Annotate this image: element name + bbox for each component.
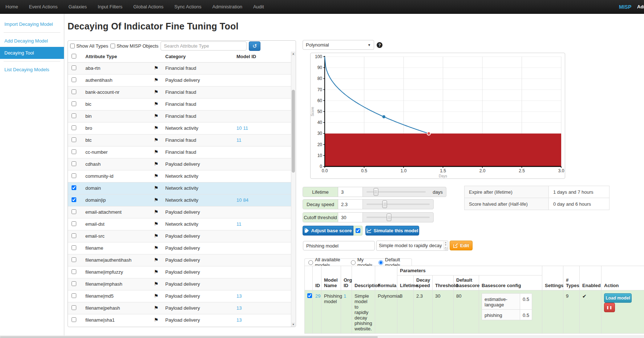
resize-grip-icon[interactable] [445, 247, 448, 250]
lifetime-slider-handle[interactable] [373, 188, 378, 196]
navbar-user-link[interactable]: Admin [637, 4, 644, 9]
attribute-row-checkbox[interactable] [72, 77, 76, 82]
models-header-settings: Settings [542, 266, 563, 290]
model-row: 29 Phishing model 1 Simple model to rapi… [305, 290, 644, 334]
adjust-base-score-checkbox[interactable] [356, 228, 360, 233]
reset-search-button[interactable]: ↺ [249, 41, 260, 51]
nav-audit[interactable]: Audit [248, 0, 270, 14]
decay-speed-slider-handle[interactable] [382, 201, 387, 208]
nav-global-actions[interactable]: Global Actions [128, 0, 169, 14]
sidebar-item-list-decaying-models[interactable]: List Decaying Models [0, 64, 64, 76]
model-id-link[interactable]: 13 [236, 317, 242, 323]
nav-galaxies[interactable]: Galaxies [63, 0, 92, 14]
attribute-row-checkbox[interactable] [72, 293, 76, 298]
sidebar-item-add-decaying-model[interactable]: Add Decaying Model [0, 35, 64, 47]
model-id-link[interactable]: 84 [243, 197, 248, 203]
search-attribute-input[interactable] [161, 41, 247, 51]
radio-input[interactable] [378, 260, 383, 265]
attribute-row-checkbox[interactable] [72, 125, 76, 130]
curve-point-marker[interactable] [382, 115, 385, 118]
flag-icon: ⚑ [154, 209, 158, 215]
attribute-row-checkbox[interactable] [72, 317, 76, 322]
slider-track[interactable] [366, 204, 430, 205]
attribute-row-checkbox[interactable] [72, 305, 76, 310]
show-misp-objects-toggle[interactable]: Show MISP Objects [110, 43, 158, 49]
attribute-row-checkbox[interactable] [72, 221, 76, 226]
sidebar-item-import-decaying-model[interactable]: Import Decaying Model [0, 18, 64, 30]
model-id-link[interactable]: 13 [236, 305, 242, 311]
radio-input[interactable] [351, 260, 356, 265]
load-model-button[interactable]: Load model [604, 293, 632, 303]
model-id-link[interactable]: 13 [236, 293, 242, 299]
attribute-row-checkbox[interactable] [72, 101, 76, 106]
cutoff-threshold-slider[interactable] [363, 213, 433, 222]
attribute-row-checkbox[interactable] [72, 65, 76, 70]
nav-event-actions[interactable]: Event Actions [24, 0, 63, 14]
show-all-types-toggle[interactable]: Show All Types [70, 43, 108, 49]
model-id-link[interactable]: 10 [236, 125, 242, 131]
attribute-row: filename|sha1⚑Payload delivery13 [68, 314, 291, 326]
radio-input[interactable] [308, 260, 313, 265]
cutoff-threshold-value-input[interactable]: 30 [338, 213, 363, 222]
attribute-category: Payload delivery [162, 266, 233, 278]
nav-input-filters[interactable]: Input Filters [92, 0, 128, 14]
decay-speed-value-input[interactable]: 2.3 [338, 200, 363, 209]
attribute-type-label: filename|imphash [85, 281, 122, 287]
attribute-row-checkbox[interactable] [72, 197, 76, 202]
lifetime-slider[interactable] [363, 187, 429, 197]
help-icon[interactable]: ? [377, 42, 382, 48]
attribute-row: btc⚑Financial fraud11 [68, 134, 291, 146]
attribute-category: Financial fraud [162, 110, 233, 122]
show-all-types-checkbox[interactable] [70, 44, 75, 48]
adjust-base-score-button[interactable]: Adjust base score [303, 226, 353, 236]
attribute-row-checkbox[interactable] [72, 185, 76, 190]
edit-model-button[interactable]: Edit [450, 241, 473, 250]
model-id-link[interactable]: 29 [315, 293, 320, 299]
attribute-row-checkbox[interactable] [72, 209, 76, 214]
model-id-link[interactable]: 11 [243, 125, 248, 131]
select-all-checkbox[interactable] [72, 54, 76, 59]
attribute-row-checkbox[interactable] [72, 257, 76, 262]
nav-home[interactable]: Home [0, 0, 24, 14]
horizontal-scrollbar[interactable] [0, 335, 644, 338]
formula-select[interactable]: Polynomial ▼ [303, 40, 374, 50]
attribute-row-checkbox[interactable] [72, 233, 76, 238]
attribute-row-checkbox[interactable] [72, 137, 76, 142]
sidebar-item-decaying-tool[interactable]: Decaying Tool [0, 47, 64, 59]
model-org-link[interactable]: 1 [344, 293, 346, 299]
attribute-row-checkbox[interactable] [72, 269, 76, 274]
model-id-link[interactable]: 11 [236, 221, 242, 227]
misp-brand-link[interactable]: MISP [619, 4, 631, 10]
cutoff-point-marker[interactable] [427, 132, 430, 135]
attribute-row-checkbox[interactable] [72, 245, 76, 250]
model-row-checkbox[interactable] [307, 293, 312, 298]
half-life-value: 0 day and 6 hours [549, 198, 609, 210]
attribute-row-checkbox[interactable] [72, 149, 76, 154]
model-id-link[interactable]: 10 [236, 197, 242, 203]
attribute-row-checkbox[interactable] [72, 161, 76, 166]
attribute-table-scrollbar[interactable]: ▲ ▼ [291, 52, 295, 327]
lifetime-value-input[interactable]: 3 [338, 187, 363, 197]
attribute-row-checkbox[interactable] [72, 89, 76, 94]
disable-model-button[interactable]: ❚❚ [604, 303, 615, 312]
nav-administration[interactable]: Administration [207, 0, 248, 14]
scrollbar-thumb[interactable] [292, 90, 295, 173]
show-misp-objects-checkbox[interactable] [110, 44, 115, 48]
simulate-model-button[interactable]: Simulate this model [365, 226, 419, 236]
model-name-input[interactable] [303, 241, 375, 250]
attribute-row-checkbox[interactable] [72, 113, 76, 118]
decay-speed-slider[interactable] [363, 200, 433, 209]
horizontal-scrollbar-thumb[interactable] [0, 336, 378, 338]
flag-icon: ⚑ [154, 101, 158, 107]
flag-icon: ⚑ [154, 233, 158, 239]
cutoff-threshold-slider-handle[interactable] [387, 214, 392, 221]
model-id-link[interactable]: 11 [236, 137, 242, 143]
attribute-row-checkbox[interactable] [72, 281, 76, 286]
scroll-up-arrow[interactable]: ▲ [291, 52, 295, 56]
decay-chart[interactable]: 01020304050607080901000.00.51.01.52.02.5… [310, 53, 565, 179]
slider-track[interactable] [366, 217, 430, 218]
attribute-row-checkbox[interactable] [72, 173, 76, 178]
nav-sync-actions[interactable]: Sync Actions [169, 0, 207, 14]
scroll-down-arrow[interactable]: ▼ [291, 322, 295, 327]
model-description-textarea[interactable]: Simple model to rapidly decay ▲▼ [376, 241, 448, 251]
